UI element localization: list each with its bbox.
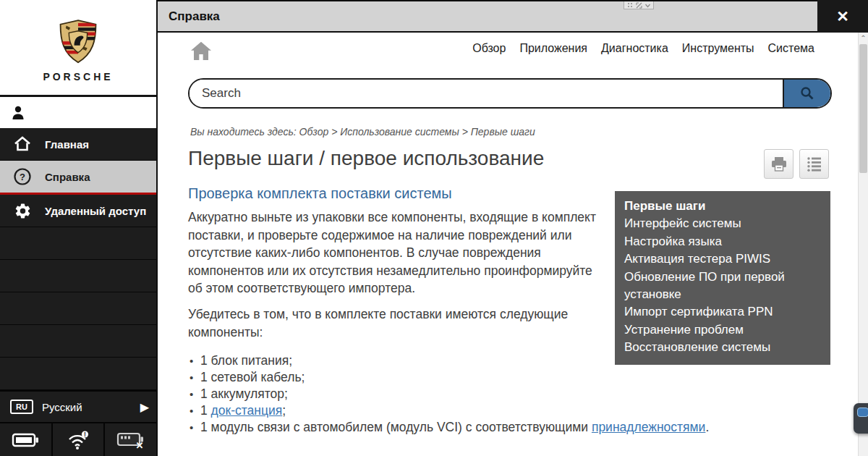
list-item: 1 модуль связи с автомобилем (модуль VCI… <box>188 419 825 436</box>
keyboard-toggle-icon <box>857 408 868 417</box>
list-icon <box>806 156 823 173</box>
accessories-link[interactable]: принадлежностями <box>592 420 706 434</box>
sidebar-item-remote-access[interactable]: Удаленный доступ <box>0 195 156 227</box>
chevron-down-icon <box>644 2 651 9</box>
component-list: 1 блок питания; 1 сетевой кабель; 1 акку… <box>188 352 825 436</box>
nav-item-tools[interactable]: Инструменты <box>682 42 754 55</box>
topic-link-ppn-certificate[interactable]: Импорт сертификата PPN <box>624 303 821 321</box>
help-content: Обзор Приложения Диагностика Инструменты… <box>156 33 868 456</box>
sidebar-item-label: Справка <box>45 171 90 183</box>
topic-link-system-interface[interactable]: Интерфейс системы <box>624 215 821 232</box>
scroll-up-icon[interactable]: ⌃ <box>859 33 868 43</box>
dock-station-link[interactable]: док-станция <box>211 403 283 418</box>
window-title: Справка <box>158 9 220 24</box>
toc-button[interactable] <box>799 149 829 179</box>
help-home-button[interactable] <box>190 41 213 65</box>
page-title: Первые шаги / первое использование <box>188 147 544 170</box>
window-titlebar: Справка ✕ <box>156 0 868 33</box>
sidebar-empty-slot <box>0 260 156 292</box>
search-button[interactable] <box>783 80 830 107</box>
svg-text:✕: ✕ <box>135 440 143 450</box>
close-button[interactable]: ✕ <box>817 0 868 33</box>
paragraph: Убедитесь в том, что в комплекте поставк… <box>188 305 609 341</box>
question-icon: ? <box>0 167 45 186</box>
tester-battery-status[interactable] <box>0 423 51 456</box>
nav-item-applications[interactable]: Приложения <box>519 42 587 55</box>
svg-text:!: ! <box>84 431 86 438</box>
piwis-help-screen: PORSCHE Главная <box>0 0 868 456</box>
section-heading: Проверка комплекта поставки системы <box>188 185 609 202</box>
topic-link-system-recovery[interactable]: Восстановление системы <box>624 339 821 356</box>
sidebar-item-label: Удаленный доступ <box>45 205 146 217</box>
nav-item-system[interactable]: Система <box>768 42 814 55</box>
porsche-crest-icon <box>57 19 99 67</box>
svg-text:?: ? <box>20 172 25 182</box>
sidebar-menu: Главная ? Справка Удаленный доступ <box>0 128 156 390</box>
language-label: Русский <box>42 401 140 413</box>
sidebar-item-label: Главная <box>45 138 89 151</box>
nav-item-overview[interactable]: Обзор <box>472 42 506 55</box>
porsche-wordmark: PORSCHE <box>43 71 113 83</box>
sidebar-empty-slot <box>0 292 156 325</box>
article: Проверка комплекта поставки системы Акку… <box>188 185 609 436</box>
sidebar: PORSCHE Главная <box>0 0 156 456</box>
drag-handle-icon <box>627 2 634 9</box>
user-row[interactable] <box>0 95 156 128</box>
list-item: 1 аккумулятор; <box>188 386 825 402</box>
window-controls[interactable] <box>624 1 654 9</box>
paragraph: Аккуратно выньте из упаковки все компоне… <box>188 208 609 297</box>
breadcrumb[interactable]: Вы находитесь здесь: Обзор > Использован… <box>190 126 535 138</box>
gear-icon <box>0 202 45 220</box>
close-icon: ✕ <box>836 8 849 25</box>
scrollbar-thumb[interactable] <box>859 44 867 173</box>
printer-icon <box>770 156 788 172</box>
battery-error-icon: ✕ <box>115 430 147 450</box>
topic-link-language-setup[interactable]: Настройка языка <box>624 233 821 250</box>
list-item: 1 док-станция; <box>188 402 825 419</box>
wifi-status[interactable]: ! <box>51 423 104 456</box>
search-bar <box>188 78 832 109</box>
related-topics-box: Первые шаги Интерфейс системы Настройка … <box>615 191 830 365</box>
maximize-icon <box>636 2 642 9</box>
wifi-warning-icon: ! <box>66 430 90 450</box>
topic-link-tester-activation[interactable]: Активация тестера PIWIS <box>624 250 821 268</box>
sidebar-item-home[interactable]: Главная <box>0 128 156 161</box>
user-icon <box>9 104 27 122</box>
sidebar-empty-slot <box>0 358 156 390</box>
home-icon <box>190 41 213 62</box>
keyboard-toggle-button[interactable] <box>854 403 868 434</box>
list-item: 1 сетевой кабель; <box>188 369 825 386</box>
topic-link-software-update[interactable]: Обновление ПО при первой установке <box>624 269 821 304</box>
language-selector[interactable]: RU Русский ▶ <box>0 390 156 423</box>
top-nav: Обзор Приложения Диагностика Инструменты… <box>472 42 814 55</box>
home-icon <box>0 135 45 153</box>
battery-full-icon <box>10 431 41 449</box>
language-flag-badge: RU <box>10 400 33 414</box>
search-icon <box>799 85 815 101</box>
nav-item-diagnostics[interactable]: Диагностика <box>601 42 668 55</box>
sidebar-item-help[interactable]: ? Справка <box>0 161 156 195</box>
topic-link-troubleshooting[interactable]: Устранение проблем <box>624 321 821 339</box>
scrollbar[interactable]: ⌃ <box>858 33 868 456</box>
page-actions <box>764 149 829 179</box>
porsche-logo: PORSCHE <box>0 0 156 95</box>
topic-link-first-steps[interactable]: Первые шаги <box>624 198 821 215</box>
chevron-right-icon: ▶ <box>140 400 149 414</box>
vci-battery-status[interactable]: ✕ <box>103 423 156 456</box>
search-input[interactable] <box>190 80 783 107</box>
sidebar-empty-slot <box>0 325 156 358</box>
sidebar-empty-slot <box>0 227 156 260</box>
print-button[interactable] <box>764 149 793 179</box>
status-bar: ! ✕ <box>0 423 156 456</box>
